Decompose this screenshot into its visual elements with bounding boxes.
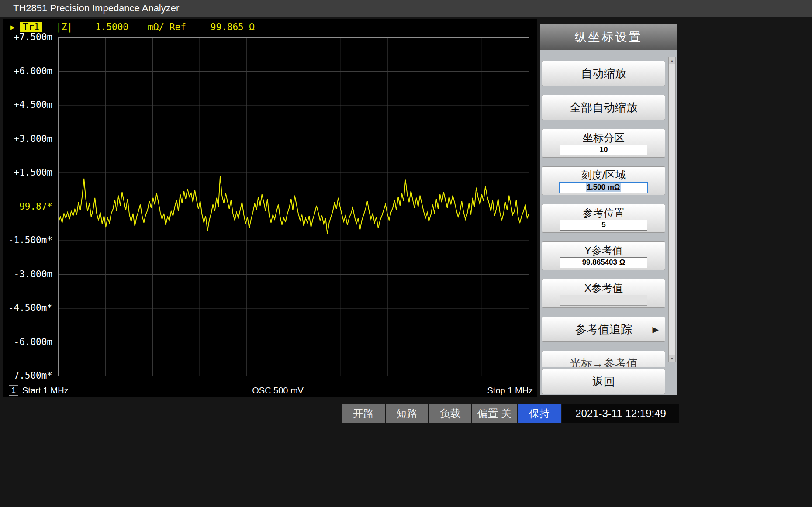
bottom-button-group: 开路短路负载偏置 关保持 bbox=[342, 404, 561, 423]
trace-scale-unit: mΩ/ bbox=[148, 22, 164, 32]
y-axis-label: +1.500m bbox=[14, 167, 52, 178]
divisions-input[interactable]: 10 bbox=[560, 145, 647, 155]
trace-ref-value: 99.865 Ω bbox=[211, 22, 255, 32]
divisions-group[interactable]: 坐标分区 10 bbox=[542, 129, 665, 158]
y-axis-label: +4.500m bbox=[14, 99, 52, 110]
x-ref-group[interactable]: X参考值 bbox=[542, 279, 665, 308]
sweep-start-label: Start 1 MHz bbox=[22, 386, 69, 396]
text-caret bbox=[621, 184, 621, 191]
bottom-button-hold[interactable]: 保持 bbox=[518, 404, 561, 423]
y-axis-label: -1.500m* bbox=[8, 235, 52, 246]
back-button[interactable]: 返回 bbox=[542, 369, 665, 394]
osc-level: OSC 500 mV bbox=[252, 386, 304, 396]
active-trace-arrow-icon: ▶ bbox=[10, 23, 15, 31]
bottom-button-load[interactable]: 负载 bbox=[429, 404, 471, 423]
selected-text: 1.500 mΩ bbox=[586, 183, 620, 192]
panel-body: 自动缩放 全部自动缩放 坐标分区 10 刻度/区域 1.500 mΩ 参考位置 … bbox=[542, 50, 665, 395]
auto-scale-button[interactable]: 自动缩放 bbox=[542, 61, 665, 86]
scale-per-div-input[interactable]: 1.500 mΩ bbox=[559, 182, 648, 193]
plot-grid bbox=[59, 38, 529, 376]
y-axis-label: 99.87* bbox=[19, 201, 52, 212]
scale-per-div-label: 刻度/区域 bbox=[581, 169, 626, 182]
bottom-button-open[interactable]: 开路 bbox=[342, 404, 385, 423]
sweep-start: 1 Start 1 MHz bbox=[9, 385, 69, 396]
divisions-label: 坐标分区 bbox=[583, 131, 625, 145]
scroll-up-icon[interactable]: ▲ bbox=[669, 57, 675, 64]
trace-ref-label: Ref bbox=[169, 22, 186, 32]
window-title: TH2851 Precision Impedance Analyzer bbox=[13, 3, 179, 14]
datetime-display: 2021-3-11 12:19:49 bbox=[562, 404, 679, 423]
y-axis-label: +3.000m bbox=[14, 133, 52, 145]
trace-label[interactable]: Tr1 bbox=[20, 22, 42, 32]
y-axis-label: -4.500m* bbox=[8, 302, 52, 314]
scroll-down-icon[interactable]: ▼ bbox=[669, 355, 675, 362]
ref-position-input[interactable]: 5 bbox=[560, 220, 647, 231]
title-bar: TH2851 Precision Impedance Analyzer bbox=[0, 0, 812, 17]
app-window: TH2851 Precision Impedance Analyzer ▶ Tr… bbox=[0, 0, 812, 507]
y-axis-label: +6.000m bbox=[14, 66, 52, 77]
scale-per-div-group[interactable]: 刻度/区域 1.500 mΩ bbox=[542, 166, 665, 195]
ref-position-label: 参考位置 bbox=[583, 207, 625, 220]
submenu-arrow-icon: ▶ bbox=[652, 324, 659, 335]
trace-parameter[interactable]: |Z| bbox=[56, 22, 73, 32]
plot-area bbox=[58, 37, 529, 376]
measurement-screen: ▶ Tr1 |Z| 1.5000 mΩ/ Ref 99.865 Ω +7.500… bbox=[3, 19, 537, 397]
ref-position-group[interactable]: 参考位置 5 bbox=[542, 204, 665, 233]
cursor-to-ref-label: 光标→参考值 bbox=[542, 351, 665, 367]
panel-title: 纵坐标设置 bbox=[540, 24, 677, 50]
y-axis-label: -7.500m* bbox=[8, 370, 52, 381]
cursor-to-ref-button[interactable]: 光标→参考值 bbox=[542, 351, 665, 367]
bottom-button-bias[interactable]: 偏置 关 bbox=[472, 404, 517, 423]
y-axis-label: +7.500m bbox=[14, 31, 52, 43]
auto-scale-all-button[interactable]: 全部自动缩放 bbox=[542, 95, 665, 120]
channel-indicator: 1 bbox=[9, 385, 18, 396]
y-axis-labels: +7.500m+6.000m+4.500m+3.000m+1.500m99.87… bbox=[3, 37, 55, 376]
plot-footer: 1 Start 1 MHz OSC 500 mV Stop 1 MHz bbox=[9, 385, 533, 396]
y-ref-label: Y参考值 bbox=[584, 244, 623, 257]
x-ref-label: X参考值 bbox=[584, 282, 623, 295]
bottom-button-short[interactable]: 短路 bbox=[386, 404, 428, 423]
y-ref-input[interactable]: 99.865403 Ω bbox=[560, 257, 647, 268]
y-ref-group[interactable]: Y参考值 99.865403 Ω bbox=[542, 241, 665, 270]
sidebar-scrollbar[interactable]: ▲ ▼ bbox=[668, 57, 676, 362]
trace-scale-value: 1.5000 bbox=[95, 22, 128, 32]
x-ref-input[interactable] bbox=[560, 295, 647, 306]
bottom-bar: 开路短路负载偏置 关保持 2021-3-11 12:19:49 bbox=[342, 404, 679, 423]
y-axis-label: -6.000m bbox=[14, 336, 52, 348]
sweep-stop: Stop 1 MHz bbox=[487, 386, 533, 396]
y-axis-settings-panel: 纵坐标设置 自动缩放 全部自动缩放 坐标分区 10 刻度/区域 1.500 mΩ… bbox=[540, 24, 677, 395]
ref-tracking-label: 参考值追踪 bbox=[575, 322, 632, 337]
y-axis-label: -3.000m bbox=[14, 269, 52, 280]
ref-tracking-button[interactable]: 参考值追踪 ▶ bbox=[542, 317, 665, 342]
